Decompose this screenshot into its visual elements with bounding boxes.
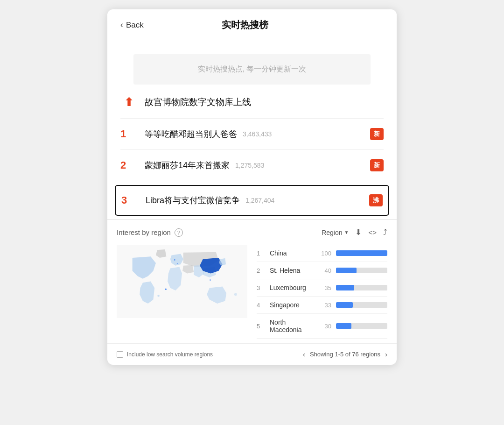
region-row-2: 2 St. Helena 40 <box>257 262 387 279</box>
share-icon[interactable]: ⤴ <box>383 228 387 237</box>
region-controls: Region ▼ ⬇ <> ⤴ <box>322 227 387 237</box>
item-title-3: Libra将与支付宝微信竞争 <box>146 195 240 206</box>
prev-page-button[interactable]: ‹ <box>303 350 305 358</box>
fire-up-icon: ⬆ <box>120 96 137 109</box>
subtitle-bar: 实时热搜热点, 每一分钟更新一次 <box>133 54 371 85</box>
low-volume-text: Include low search volume regions <box>127 351 213 358</box>
region-bar-fill-1 <box>336 250 387 256</box>
pagination: ‹ Showing 1-5 of 76 regions › <box>303 350 387 358</box>
svg-point-3 <box>165 289 167 290</box>
region-score-2: 40 <box>318 267 331 274</box>
back-label: Back <box>126 21 144 30</box>
item-badge-3: 沸 <box>369 194 383 206</box>
item-rank-1: 1 <box>120 128 137 140</box>
region-rank-5: 5 <box>257 323 266 330</box>
item-body-3: Libra将与支付宝微信竞争 1,267,404 沸 <box>146 194 383 206</box>
item-badge-1: 新 <box>370 128 384 140</box>
trending-item-3[interactable]: 3 Libra将与支付宝微信竞争 1,267,404 沸 <box>115 185 389 216</box>
region-name-5: North Macedonia <box>266 319 318 333</box>
region-bar-fill-4 <box>336 302 353 308</box>
region-bar-fill-3 <box>336 285 354 290</box>
top-trending-title: 故宫博物院数字文物库上线 <box>145 96 251 108</box>
svg-point-5 <box>210 279 211 281</box>
pagination-text: Showing 1-5 of 76 regions <box>310 351 380 358</box>
embed-icon[interactable]: <> <box>368 228 377 236</box>
region-name-2: St. Helena <box>266 267 318 274</box>
region-score-3: 35 <box>318 284 331 291</box>
svg-point-6 <box>177 263 178 264</box>
item-title-1: 等等吃醋邓超当别人爸爸 <box>145 128 237 140</box>
region-rank-4: 4 <box>257 302 266 309</box>
region-bar-fill-5 <box>336 323 351 329</box>
region-section-title: Interest by region <box>117 228 171 236</box>
trending-item-1[interactable]: 1 等等吃醋邓超当别人爸爸 3,463,433 新 <box>120 119 384 150</box>
help-icon[interactable]: ? <box>175 228 183 237</box>
region-footer: Include low search volume regions ‹ Show… <box>107 343 397 365</box>
top-trending-item[interactable]: ⬆ 故宫博物院数字文物库上线 <box>120 85 384 119</box>
region-name-3: Luxembourg <box>266 284 318 291</box>
region-score-5: 30 <box>318 323 331 330</box>
region-row-3: 3 Luxembourg 35 <box>257 279 387 297</box>
back-chevron-icon: ‹ <box>120 20 123 30</box>
item-count-3: 1,267,404 <box>245 197 274 204</box>
region-name-4: Singapore <box>266 301 318 309</box>
low-volume-group[interactable]: Include low search volume regions <box>117 351 213 358</box>
region-bar-5 <box>336 323 387 329</box>
region-header: Interest by region ? Region ▼ ⬇ <> ⤴ <box>117 227 387 237</box>
region-score-4: 33 <box>318 302 331 309</box>
region-score-1: 100 <box>318 250 331 257</box>
region-bar-2 <box>336 268 387 273</box>
trending-item-2[interactable]: 2 蒙娜丽莎14年来首搬家 1,275,583 新 <box>120 150 384 181</box>
item-body-2: 蒙娜丽莎14年来首搬家 1,275,583 新 <box>145 159 384 171</box>
item-badge-2: 新 <box>370 159 384 171</box>
help-icon-label: ? <box>177 230 180 235</box>
back-button[interactable]: ‹ Back <box>120 20 144 30</box>
world-map <box>117 245 247 339</box>
region-row-1: 1 China 100 <box>257 245 387 262</box>
header: ‹ Back 实时热搜榜 <box>107 9 397 39</box>
subtitle-text: 实时热搜热点, 每一分钟更新一次 <box>198 65 307 73</box>
region-row-4: 4 Singapore 33 <box>257 297 387 314</box>
region-rank-2: 2 <box>257 267 266 274</box>
main-container: ‹ Back 实时热搜榜 实时热搜热点, 每一分钟更新一次 ⬆ 故宫博物院数字文… <box>107 9 397 365</box>
region-table: 1 China 100 2 St. Helena 40 3 <box>257 245 387 339</box>
region-rank-3: 3 <box>257 284 266 291</box>
region-section: Interest by region ? Region ▼ ⬇ <> ⤴ <box>107 220 397 343</box>
region-content: 1 China 100 2 St. Helena 40 3 <box>117 245 387 343</box>
dropdown-arrow-icon: ▼ <box>344 230 349 235</box>
region-bar-fill-2 <box>336 268 357 273</box>
svg-rect-0 <box>117 245 247 318</box>
subtitle-wrapper: 实时热搜热点, 每一分钟更新一次 <box>107 39 397 85</box>
page-title: 实时热搜榜 <box>222 19 268 31</box>
region-row-5: 5 North Macedonia 30 <box>257 314 387 339</box>
region-name-1: China <box>266 249 318 257</box>
region-dropdown-label: Region <box>322 229 342 236</box>
region-title-group: Interest by region ? <box>117 228 183 237</box>
trending-list: ⬆ 故宫博物院数字文物库上线 1 等等吃醋邓超当别人爸爸 3,463,433 新… <box>107 85 397 216</box>
svg-point-2 <box>234 293 237 296</box>
download-icon[interactable]: ⬇ <box>355 227 362 237</box>
svg-point-4 <box>174 259 175 261</box>
region-dropdown[interactable]: Region ▼ <box>322 229 349 236</box>
item-rank-2: 2 <box>120 159 137 171</box>
low-volume-checkbox[interactable] <box>117 351 123 358</box>
item-rank-3: 3 <box>121 194 138 206</box>
item-count-1: 3,463,433 <box>243 130 272 138</box>
region-bar-4 <box>336 302 387 308</box>
item-body-1: 等等吃醋邓超当别人爸爸 3,463,433 新 <box>145 128 384 140</box>
region-bar-3 <box>336 285 387 290</box>
next-page-button[interactable]: › <box>385 350 387 358</box>
item-title-2: 蒙娜丽莎14年来首搬家 <box>145 160 230 171</box>
svg-point-1 <box>157 295 159 297</box>
item-count-2: 1,275,583 <box>235 162 264 169</box>
region-bar-1 <box>336 250 387 256</box>
region-rank-1: 1 <box>257 250 266 257</box>
